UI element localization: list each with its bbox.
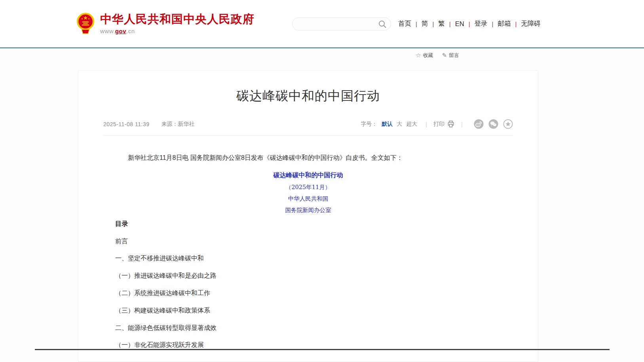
toc-item-section1: 一、坚定不移推进碳达峰碳中和 (115, 255, 501, 262)
search-box (292, 17, 391, 30)
meta-separator: | (461, 121, 463, 127)
share-icons (469, 119, 513, 129)
printer-icon (447, 120, 455, 128)
site-url[interactable]: www.gov.cn (100, 28, 255, 34)
nav-accessibility[interactable]: 无障碍 (521, 19, 541, 28)
site-header: 中华人民共和国中央人民政府 www.gov.cn 首页 | (0, 0, 644, 47)
toc-item-section1-3: （三）构建碳达峰碳中和政策体系 (115, 307, 501, 314)
search-icon (378, 20, 387, 28)
meta-separator: | (426, 121, 427, 127)
page-actions: ☆ 收藏 ✎ 留言 (416, 52, 468, 59)
site-url-domain: gov (115, 28, 126, 34)
top-nav: 首页 | 简 | 繁 | EN | 登录 | 邮箱 | 无障碍 (398, 19, 541, 28)
site-url-prefix: www. (100, 28, 115, 34)
toc-title: 目录 (115, 220, 501, 227)
national-emblem-icon (76, 12, 95, 35)
font-size-label: 字号： (361, 121, 377, 128)
site-title: 中华人民共和国中央人民政府 (100, 13, 255, 26)
nav-english[interactable]: EN (455, 20, 464, 28)
nav-simplified[interactable]: 简 (422, 19, 428, 28)
pencil-icon: ✎ (442, 52, 447, 59)
nav-home[interactable]: 首页 (398, 19, 411, 28)
star-share-icon[interactable] (503, 119, 513, 129)
site-logo[interactable]: 中华人民共和国中央人民政府 www.gov.cn (76, 12, 255, 35)
nav-separator: | (432, 21, 434, 27)
wechat-icon[interactable] (488, 119, 498, 129)
nav-separator: | (469, 21, 470, 27)
nav-separator: | (492, 21, 494, 27)
comment-label: 留言 (449, 52, 459, 59)
search-input[interactable] (293, 21, 391, 27)
doc-org-line2: 国务院新闻办公室 (115, 207, 501, 213)
favorite-button[interactable]: ☆ 收藏 (416, 52, 433, 59)
nav-traditional[interactable]: 繁 (438, 19, 445, 28)
print-label: 打印 (433, 121, 445, 128)
nav-separator: | (515, 21, 517, 27)
font-size-default[interactable]: 默认 (382, 121, 393, 128)
font-size-large[interactable]: 大 (397, 121, 402, 128)
site-url-suffix: .cn (126, 28, 135, 34)
toc-item-section2: 二、能源绿色低碳转型取得显著成效 (115, 325, 501, 332)
page: 中华人民共和国中央人民政府 www.gov.cn 首页 | (0, 0, 644, 362)
star-outline-icon: ☆ (416, 52, 421, 59)
nav-login[interactable]: 登录 (475, 19, 488, 28)
toc-item-section2-1: （一）非化石能源实现跃升发展 (115, 342, 501, 349)
search-button[interactable] (378, 20, 387, 28)
article-meta-row: 2025-11-08 11:39 来源： 新华社 字号： 默认 大 超大 | 打… (103, 119, 513, 136)
article-body: 新华社北京11月8日电 国务院新闻办公室8日发布《碳达峰碳中和的中国行动》白皮书… (103, 136, 513, 349)
bottom-rule (35, 349, 610, 350)
toc-item-section1-2: （二）系统推进碳达峰碳中和工作 (115, 290, 501, 297)
nav-mail[interactable]: 邮箱 (498, 19, 511, 28)
header-divider (0, 47, 644, 48)
favorite-label: 收藏 (423, 52, 433, 59)
doc-date: （2025年11月） (115, 184, 501, 190)
weibo-icon[interactable] (474, 119, 484, 129)
toc-item-section1-1: （一）推进碳达峰碳中和是必由之路 (115, 273, 501, 279)
article-source-label: 来源： (161, 121, 178, 128)
toc-item-preface: 前言 (115, 238, 501, 245)
print-button[interactable]: 打印 (433, 120, 455, 128)
doc-org-line1: 中华人民共和国 (115, 196, 501, 202)
nav-separator: | (449, 21, 451, 27)
doc-title: 碳达峰碳中和的中国行动 (115, 172, 501, 179)
font-size-xlarge[interactable]: 超大 (406, 121, 417, 128)
nav-separator: | (416, 21, 417, 27)
article-date: 2025-11-08 11:39 (103, 121, 149, 127)
comment-button[interactable]: ✎ 留言 (442, 52, 459, 59)
article-source: 新华社 (178, 121, 194, 128)
lead-paragraph: 新华社北京11月8日电 国务院新闻办公室8日发布《碳达峰碳中和的中国行动》白皮书… (115, 155, 501, 161)
article-title: 碳达峰碳中和的中国行动 (103, 87, 513, 105)
article-card: 碳达峰碳中和的中国行动 2025-11-08 11:39 来源： 新华社 字号：… (78, 70, 538, 362)
